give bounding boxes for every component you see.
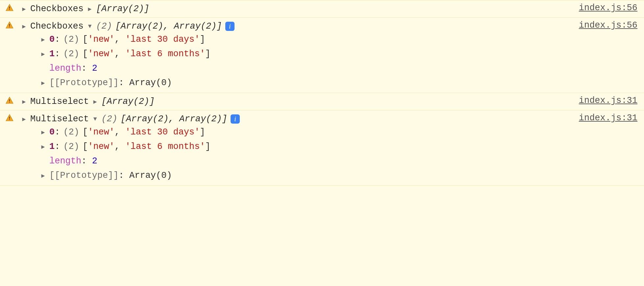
expand-toggle-icon[interactable]	[21, 116, 27, 122]
expand-toggle-icon[interactable]	[40, 36, 46, 42]
svg-rect-2	[9, 24, 10, 26]
summary-line: Checkboxes [Array(2)]	[21, 3, 574, 15]
svg-rect-4	[9, 99, 10, 102]
expand-toggle-icon[interactable]	[40, 144, 46, 150]
expanded-children: 0: (2) ['new', 'last 30 days'] 1: (2) ['…	[21, 125, 574, 183]
gutter	[5, 20, 21, 30]
gutter	[5, 3, 21, 12]
entry-index: 1	[49, 49, 55, 59]
array-preview[interactable]: [Array(2)]	[101, 97, 155, 107]
entry-count: (2)	[63, 35, 79, 44]
length-property: length: 2	[40, 61, 574, 76]
property-value: 2	[92, 63, 97, 73]
array-preview[interactable]: [Array(2), Array(2)]	[115, 21, 222, 31]
gutter	[5, 96, 21, 105]
expand-toggle-icon[interactable]	[92, 99, 98, 105]
source-link[interactable]: index.js:31	[574, 113, 637, 123]
source-link[interactable]: index.js:31	[574, 96, 637, 106]
summary-line: Multiselect (2) [Array(2), Array(2)] i	[21, 113, 574, 125]
array-preview[interactable]: [Array(2), Array(2)]	[121, 114, 227, 124]
property-name: [[Prototype]]	[49, 78, 119, 88]
info-icon[interactable]: i	[225, 22, 235, 31]
source-link[interactable]: index.js:56	[574, 3, 637, 13]
entry-values: ['new', 'last 30 days']	[83, 127, 205, 137]
array-count: (2)	[96, 21, 112, 31]
row-body: Checkboxes [Array(2)]	[21, 3, 574, 15]
array-entry[interactable]: 0: (2) ['new', 'last 30 days']	[40, 32, 574, 47]
gutter	[5, 113, 21, 122]
expanded-children: 0: (2) ['new', 'last 30 days'] 1: (2) ['…	[21, 32, 574, 90]
console-row: Checkboxes [Array(2)] index.js:56	[0, 0, 644, 18]
prototype-property[interactable]: [[Prototype]]: Array(0)	[40, 168, 574, 183]
console-row: Checkboxes (2) [Array(2), Array(2)] i 0:…	[0, 18, 644, 93]
array-entry[interactable]: 1: (2) ['new', 'last 6 months']	[40, 139, 574, 154]
expand-toggle-icon[interactable]	[21, 99, 27, 105]
array-entry[interactable]: 0: (2) ['new', 'last 30 days']	[40, 125, 574, 139]
expand-toggle-icon[interactable]	[92, 116, 98, 122]
property-value: Array(0)	[129, 171, 172, 180]
svg-rect-5	[9, 102, 10, 103]
length-property: length: 2	[40, 154, 574, 168]
array-preview[interactable]: [Array(2)]	[96, 4, 149, 14]
svg-rect-1	[9, 9, 10, 10]
info-icon[interactable]: i	[231, 114, 240, 124]
svg-rect-6	[9, 117, 10, 119]
svg-rect-7	[9, 119, 10, 120]
svg-rect-0	[9, 7, 10, 9]
source-link[interactable]: index.js:56	[574, 20, 637, 30]
property-value: Array(0)	[129, 78, 172, 88]
warning-icon	[5, 114, 14, 122]
array-entry[interactable]: 1: (2) ['new', 'last 6 months']	[40, 47, 574, 61]
expand-toggle-icon[interactable]	[40, 80, 46, 86]
log-label: Checkboxes	[30, 21, 84, 31]
entry-values: ['new', 'last 6 months']	[83, 49, 211, 59]
expand-toggle-icon[interactable]	[21, 23, 27, 29]
entry-values: ['new', 'last 6 months']	[83, 142, 211, 152]
entry-index: 1	[49, 142, 55, 152]
property-name: length	[49, 63, 81, 73]
entry-count: (2)	[63, 127, 79, 137]
expand-toggle-icon[interactable]	[40, 51, 46, 57]
entry-values: ['new', 'last 30 days']	[83, 35, 205, 44]
expand-toggle-icon[interactable]	[40, 173, 46, 179]
entry-count: (2)	[63, 142, 79, 152]
array-count: (2)	[101, 114, 117, 124]
row-body: Checkboxes (2) [Array(2), Array(2)] i 0:…	[21, 20, 574, 90]
property-name: [[Prototype]]	[49, 171, 119, 180]
svg-rect-3	[9, 27, 10, 27]
property-name: length	[49, 156, 81, 166]
entry-count: (2)	[63, 49, 79, 59]
warning-icon	[5, 21, 14, 30]
entry-index: 0	[49, 35, 55, 44]
log-label: Multiselect	[30, 97, 89, 107]
log-label: Multiselect	[30, 114, 89, 124]
warning-icon	[5, 96, 14, 105]
prototype-property[interactable]: [[Prototype]]: Array(0)	[40, 76, 574, 90]
console-row: Multiselect (2) [Array(2), Array(2)] i 0…	[0, 110, 644, 186]
summary-line: Checkboxes (2) [Array(2), Array(2)] i	[21, 20, 574, 32]
property-value: 2	[92, 156, 97, 166]
row-body: Multiselect [Array(2)]	[21, 96, 574, 107]
expand-toggle-icon[interactable]	[40, 129, 46, 135]
expand-toggle-icon[interactable]	[87, 23, 93, 29]
expand-toggle-icon[interactable]	[21, 6, 27, 12]
log-label: Checkboxes	[30, 4, 84, 14]
expand-toggle-icon[interactable]	[87, 6, 93, 12]
summary-line: Multiselect [Array(2)]	[21, 96, 574, 107]
console-row: Multiselect [Array(2)] index.js:31	[0, 93, 644, 110]
entry-index: 0	[49, 127, 55, 137]
row-body: Multiselect (2) [Array(2), Array(2)] i 0…	[21, 113, 574, 183]
warning-icon	[5, 4, 14, 12]
